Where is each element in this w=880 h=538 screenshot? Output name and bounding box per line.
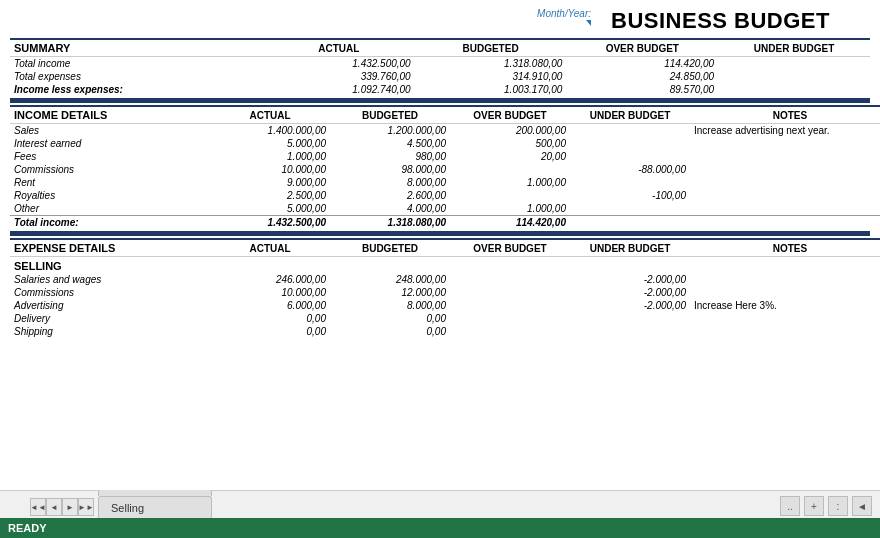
expense-label: Shipping: [10, 325, 210, 338]
income-under: -100,00: [570, 189, 690, 202]
expense-notes: [690, 312, 880, 325]
expense-under: -2.000,00: [570, 273, 690, 286]
income-budgeted: 8.000,00: [330, 176, 450, 189]
income-under: [570, 124, 690, 138]
expense-under: -2.000,00: [570, 286, 690, 299]
income-under: [570, 216, 690, 230]
expense-row: Salaries and wages 246.000,00 248.000,00…: [10, 273, 880, 286]
income-actual: 5.000,00: [210, 137, 330, 150]
divider-income-expense: [10, 231, 870, 236]
selling-subsection: SELLING: [10, 257, 880, 274]
expense-label: Delivery: [10, 312, 210, 325]
income-over: 500,00: [450, 137, 570, 150]
summary-table: SUMMARY ACTUAL BUDGETED OVER BUDGET UNDE…: [10, 38, 870, 96]
income-row: Sales 1.400.000,00 1.200.000,00 200.000,…: [10, 124, 880, 138]
summary-over: 114.420,00: [566, 57, 718, 71]
income-actual: 5.000,00: [210, 202, 330, 216]
expense-budgeted: 8.000,00: [330, 299, 450, 312]
summary-budgeted: 1.318.080,00: [415, 57, 567, 71]
income-over: 114.420,00: [450, 216, 570, 230]
income-actual: 2.500,00: [210, 189, 330, 202]
summary-label: Total expenses: [10, 70, 263, 83]
expense-notes: Increase Here 3%.: [690, 299, 880, 312]
tab-add-button[interactable]: +: [804, 496, 824, 516]
summary-over: 89.570,00: [566, 83, 718, 96]
income-over: [450, 189, 570, 202]
income-row: Fees 1.000,00 980,00 20,00: [10, 150, 880, 163]
tab-nav-right[interactable]: ►: [62, 498, 78, 516]
income-budgeted: 98.000,00: [330, 163, 450, 176]
income-col-under: UNDER BUDGET: [570, 106, 690, 124]
income-budgeted: 980,00: [330, 150, 450, 163]
expense-actual: 6.000,00: [210, 299, 330, 312]
income-budgeted: 2.600,00: [330, 189, 450, 202]
month-year-label: Month/Year:: [537, 8, 591, 19]
expense-actual: 0,00: [210, 325, 330, 338]
summary-col-actual: ACTUAL: [263, 39, 415, 57]
income-label: Other: [10, 202, 210, 216]
tab-nav-right-right[interactable]: ►►: [78, 498, 94, 516]
expense-row: Advertising 6.000,00 8.000,00 -2.000,00 …: [10, 299, 880, 312]
business-title: BUSINESS BUDGET: [611, 8, 830, 34]
summary-under: [718, 70, 870, 83]
income-section-label: INCOME DETAILS: [10, 106, 210, 124]
expense-col-budgeted: BUDGETED: [330, 239, 450, 257]
expense-under: [570, 325, 690, 338]
income-over: [450, 163, 570, 176]
tab-nav-section: ◄◄ ◄ ► ►►: [30, 498, 94, 518]
summary-label: Income less expenses:: [10, 83, 263, 96]
tab-nav-left-left[interactable]: ◄◄: [30, 498, 46, 516]
title-area: Month/Year: BUSINESS BUDGET: [10, 8, 870, 34]
income-row: Commissions 10.000,00 98.000,00 -88.000,…: [10, 163, 880, 176]
income-notes: Increase advertising next year.: [690, 124, 880, 138]
tab-nav-left[interactable]: ◄: [46, 498, 62, 516]
income-label: Rent: [10, 176, 210, 189]
income-label: Interest earned: [10, 137, 210, 150]
expense-actual: 10.000,00: [210, 286, 330, 299]
tab-bar: ◄◄ ◄ ► ►► BudgetSummaryAdm. ExpensesServ…: [0, 490, 880, 518]
expense-budgeted: 0,00: [330, 325, 450, 338]
expense-over: [450, 286, 570, 299]
tab-extra-colon[interactable]: :: [828, 496, 848, 516]
income-label: Royalties: [10, 189, 210, 202]
expense-budgeted: 12.000,00: [330, 286, 450, 299]
expense-label: Commissions: [10, 286, 210, 299]
summary-col-over: OVER BUDGET: [566, 39, 718, 57]
income-actual: 1.432.500,00: [210, 216, 330, 230]
expense-label: Advertising: [10, 299, 210, 312]
expense-col-notes: NOTES: [690, 239, 880, 257]
income-notes: [690, 137, 880, 150]
summary-row: Total expenses 339.760,00 314.910,00 24.…: [10, 70, 870, 83]
income-notes: [690, 202, 880, 216]
summary-label: Total income: [10, 57, 263, 71]
income-row: Rent 9.000,00 8.000,00 1.000,00: [10, 176, 880, 189]
summary-row: Total income 1.432.500,00 1.318.080,00 1…: [10, 57, 870, 71]
income-label: Commissions: [10, 163, 210, 176]
expense-notes: [690, 273, 880, 286]
summary-actual: 339.760,00: [263, 70, 415, 83]
income-under: -88.000,00: [570, 163, 690, 176]
tab-scroll-left[interactable]: ◄: [852, 496, 872, 516]
expense-over: [450, 325, 570, 338]
income-over: 20,00: [450, 150, 570, 163]
income-label: Sales: [10, 124, 210, 138]
summary-over: 24.850,00: [566, 70, 718, 83]
income-row: Interest earned 5.000,00 4.500,00 500,00: [10, 137, 880, 150]
income-col-notes: NOTES: [690, 106, 880, 124]
expense-over: [450, 312, 570, 325]
income-under: [570, 176, 690, 189]
summary-under: [718, 57, 870, 71]
income-actual: 10.000,00: [210, 163, 330, 176]
income-notes: [690, 176, 880, 189]
tab-extra-dots[interactable]: ..: [780, 496, 800, 516]
tab-selling[interactable]: Selling: [98, 496, 212, 518]
income-col-budgeted: BUDGETED: [330, 106, 450, 124]
income-notes: [690, 216, 880, 230]
expense-notes: [690, 286, 880, 299]
expense-over: [450, 273, 570, 286]
summary-section-label: SUMMARY: [10, 39, 263, 57]
month-year-arrow: [586, 20, 591, 26]
income-row: Other 5.000,00 4.000,00 1.000,00: [10, 202, 880, 216]
expense-col-under: UNDER BUDGET: [570, 239, 690, 257]
summary-col-budgeted: BUDGETED: [415, 39, 567, 57]
